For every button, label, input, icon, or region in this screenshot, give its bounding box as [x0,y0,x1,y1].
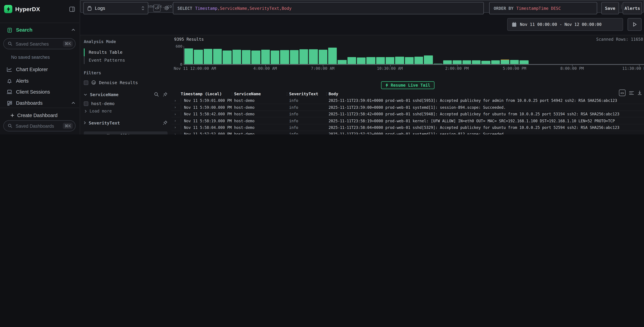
pin-icon[interactable] [163,92,168,97]
expand-row-icon[interactable]: › [174,132,181,134]
histogram-bar[interactable] [299,46,309,64]
histogram-bar[interactable] [290,46,299,64]
chevron-up-icon[interactable] [72,102,75,104]
histogram-bar[interactable] [261,46,270,64]
histogram-bar[interactable] [615,46,625,64]
histogram-bar[interactable] [376,46,385,64]
resume-live-tail-button[interactable]: Resume Live Tail [381,81,434,89]
search-icon[interactable] [154,92,159,97]
sidebar-item-chart-explorer[interactable]: Chart Explorer [0,64,79,74]
mode-event-patterns[interactable]: Event Patterns [84,56,168,64]
histogram-bar[interactable] [558,46,567,64]
table-row[interactable]: › Nov 11 5:59:00.000 PM host-demo info 2… [171,104,644,111]
column-header-severitytext[interactable]: ⋮SeverityText [289,92,328,96]
table-row[interactable]: › Nov 11 5:58:19.000 PM host-demo info 2… [171,118,644,124]
chevron-up-icon[interactable] [72,29,75,31]
load-more-button[interactable]: Load more [84,109,168,113]
histogram-bar[interactable] [328,46,337,64]
histogram-bar[interactable] [538,46,548,64]
sidebar-item-search[interactable]: Search [0,25,79,35]
histogram-bar[interactable] [596,46,606,64]
event-histogram[interactable]: 600 0 Nov 11 12:00:00 AM4:00:00 AM7:00:0… [174,46,644,70]
sidebar-item-client-sessions[interactable]: Client Sessions [0,87,79,97]
filter-group-servicename[interactable]: ServiceName [84,92,168,97]
code-toggle-icon[interactable]: <> [153,4,161,12]
histogram-bar[interactable] [606,46,615,64]
saved-searches-input[interactable] [15,41,60,46]
table-row[interactable]: › Nov 11 5:59:01.000 PM host-demo info 2… [171,97,644,104]
pin-icon[interactable] [163,120,168,125]
query-settings-gear-icon[interactable] [164,6,169,11]
histogram-bar[interactable] [356,46,366,64]
histogram-bar[interactable] [586,46,596,64]
histogram-bar[interactable] [308,46,318,64]
histogram-bar[interactable] [529,46,538,64]
histogram-bar[interactable] [213,46,222,64]
filter-group-severitytext[interactable]: SeverityText [84,120,168,125]
column-resize-handle[interactable]: ⋮ [230,92,234,96]
time-range-picker[interactable]: Nov 11 00:00:00 - Nov 12 00:00:00 [507,18,623,31]
column-header-body[interactable]: ⋮Body [328,92,619,96]
download-icon[interactable] [638,90,642,95]
expand-row-icon[interactable]: › [174,105,181,109]
run-query-button[interactable] [628,18,642,31]
saved-dashboards-search[interactable]: ⌘K [3,120,76,132]
column-resize-handle[interactable]: ⋮ [324,92,328,96]
histogram-bar[interactable] [203,46,213,64]
histogram-bar[interactable] [194,46,203,64]
more-filters-button[interactable]: More filters [84,132,168,134]
histogram-bar[interactable] [232,46,242,64]
expand-row-icon[interactable]: › [174,126,181,130]
histogram-bar[interactable] [347,46,356,64]
select-clause-input[interactable]: SELECT Timestamp,ServiceName,SeverityTex… [173,2,484,14]
histogram-plot[interactable]: 600 0 [184,46,644,65]
table-row[interactable]: › Nov 11 5:57:52.000 PM host-demo info 2… [171,131,644,134]
histogram-bar[interactable] [500,46,510,64]
expand-row-icon[interactable]: › [174,112,181,116]
histogram-bar[interactable] [625,46,634,64]
column-header-timestamp[interactable]: Timestamp (Local) [181,92,234,96]
column-resize-handle[interactable]: ⋮ [285,92,289,96]
checkbox[interactable] [84,80,88,85]
table-row[interactable]: › Nov 11 5:58:04.000 PM host-demo info 2… [171,124,644,131]
saved-searches-search[interactable]: ⌘K [3,38,76,49]
save-button[interactable]: Save [601,2,619,14]
histogram-bar[interactable] [433,46,443,64]
histogram-bar[interactable] [318,46,328,64]
saved-dashboards-input[interactable] [15,123,60,129]
histogram-bar[interactable] [242,46,251,64]
histogram-bar[interactable] [462,46,472,64]
alerts-button[interactable]: Alerts [623,2,642,14]
histogram-bar[interactable] [567,46,577,64]
create-dashboard-button[interactable]: Create Dashboard [0,111,79,119]
histogram-bar[interactable] [366,46,376,64]
denoise-results-toggle[interactable]: Denoise Results [84,80,168,85]
histogram-bar[interactable] [270,46,280,64]
expand-row-icon[interactable]: › [174,119,181,123]
histogram-bar[interactable] [452,46,462,64]
histogram-bar[interactable] [385,46,395,64]
histogram-bar[interactable] [634,46,644,64]
collapse-sidebar-icon[interactable] [69,6,75,12]
histogram-bar[interactable] [184,46,194,64]
expand-row-icon[interactable]: › [174,98,181,102]
histogram-bar[interactable] [577,46,586,64]
histogram-bar[interactable] [519,46,529,64]
histogram-bar[interactable] [414,46,424,64]
sidebar-item-dashboards[interactable]: Dashboards [0,98,79,108]
column-settings-icon[interactable] [629,90,634,95]
view-source-icon[interactable]: <> [619,90,626,96]
source-selector[interactable]: Logs [84,2,148,14]
histogram-bar[interactable] [424,46,433,64]
histogram-bar[interactable] [442,46,452,64]
order-by-input[interactable]: ORDER BY TimestampTime DESC [489,2,597,14]
column-header-servicename[interactable]: ⋮ServiceName [234,92,289,96]
histogram-bar[interactable] [337,46,347,64]
table-row[interactable]: › Nov 11 5:58:42.000 PM host-demo info 2… [171,111,644,118]
sidebar-item-alerts[interactable]: Alerts [0,76,79,86]
mode-results-table[interactable]: Results Table [84,48,168,56]
histogram-bar[interactable] [548,46,558,64]
histogram-bar[interactable] [280,46,290,64]
histogram-bar[interactable] [472,46,481,64]
histogram-bar[interactable] [481,46,490,64]
